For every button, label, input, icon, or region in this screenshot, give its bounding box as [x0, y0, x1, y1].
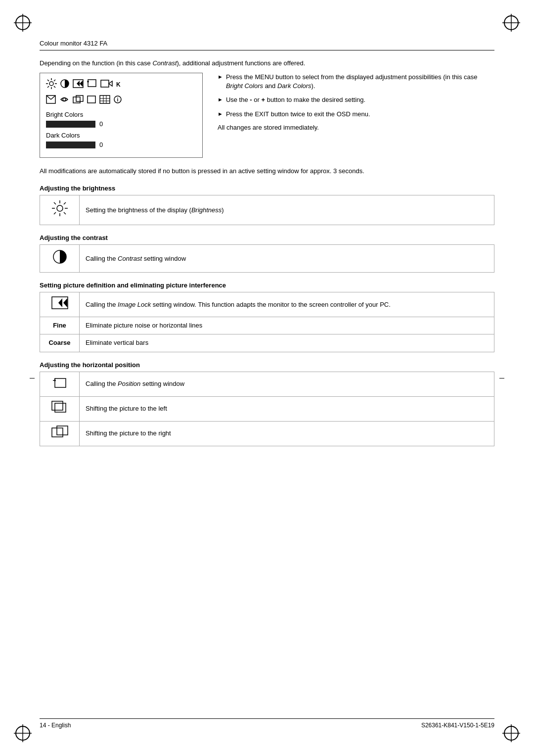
coarse-row: Coarse Eliminate vertical bars [40, 334, 494, 352]
position3-icon-cell [40, 421, 80, 446]
bright-colors-bar [46, 121, 95, 128]
svg-rect-36 [88, 96, 95, 103]
contrast-svg-icon [52, 249, 68, 265]
svg-rect-25 [88, 80, 96, 87]
bright-colors-row: 0 [46, 120, 196, 128]
osd-icon-info: i [113, 95, 122, 106]
position3-desc: Shifting the picture to the right [80, 421, 494, 446]
footer-left: 14 - English [40, 722, 71, 729]
corner-mark-br [502, 724, 520, 742]
fine-row: Fine Eliminate picture noise or horizont… [40, 317, 494, 334]
svg-line-17 [47, 80, 49, 81]
dark-colors-bar [46, 142, 95, 148]
osd-icon-b [59, 95, 70, 106]
position3-svg-icon [51, 425, 68, 438]
svg-line-51 [64, 202, 66, 204]
svg-point-33 [63, 98, 66, 101]
imagelock-svg-icon [51, 296, 68, 309]
footer: 14 - English S26361-K841-V150-1-5E19 [40, 718, 494, 729]
section-contrast: Adjusting the contrast Calling the Contr… [40, 234, 494, 273]
svg-line-49 [54, 202, 56, 204]
coarse-desc: Eliminate vertical bars [80, 334, 494, 352]
svg-text:i: i [117, 97, 119, 102]
svg-rect-61 [52, 401, 63, 410]
osd-icon-d [87, 95, 96, 106]
osd-icons-row2: i [46, 95, 196, 106]
osd-contrast-icon [60, 79, 70, 91]
bullet-list: ► Press the MENU button to select from t… [218, 73, 494, 119]
picture-imagelock-row: Calling the Image Lock setting window. T… [40, 292, 494, 317]
corner-mark-bl [14, 724, 32, 742]
picture-table: Calling the Image Lock setting window. T… [40, 292, 494, 352]
brightness-svg-icon [51, 199, 69, 217]
bullet-item-3: ► Press the EXIT button twice to exit th… [218, 110, 494, 119]
position2-desc: Shifting the picture to the left [80, 396, 494, 421]
header-rule [40, 50, 494, 50]
svg-rect-28 [101, 80, 109, 87]
intro-text: Depending on the function (in this case … [40, 59, 494, 67]
svg-marker-23 [80, 81, 83, 87]
svg-line-32 [51, 95, 55, 99]
svg-rect-34 [73, 97, 80, 103]
osd-icon-a [46, 95, 56, 106]
section-hposition: Adjusting the horizontal position Callin… [40, 361, 494, 446]
osd-instructions: ► Press the MENU button to select from t… [218, 73, 494, 158]
brightness-table: Setting the brightness of the display (B… [40, 195, 494, 225]
svg-line-31 [46, 95, 51, 99]
imagelock-icon-cell [40, 292, 80, 317]
osd-imagelock-icon [73, 79, 84, 90]
svg-marker-56 [58, 298, 62, 307]
osd-box: K [40, 73, 203, 158]
hposition-heading: Adjusting the horizontal position [40, 361, 494, 369]
osd-icons-row1: K [46, 78, 196, 91]
hposition-table: Calling the Position setting window Shif… [40, 372, 494, 446]
svg-marker-29 [109, 81, 112, 86]
imagelock-desc: Calling the Image Lock setting window. T… [80, 292, 494, 317]
svg-line-19 [54, 80, 55, 81]
brightness-desc: Setting the brightness of the display (B… [80, 195, 494, 225]
bright-colors-label: Bright Colors [46, 111, 196, 118]
page: Colour monitor 4312 FA Depending on the … [0, 0, 534, 756]
svg-line-50 [64, 212, 66, 214]
svg-rect-62 [52, 428, 63, 437]
corner-mark-tl [14, 14, 32, 32]
svg-rect-60 [55, 403, 66, 412]
fine-label-cell: Fine [40, 317, 80, 334]
contrast-table: Calling the Contrast setting window [40, 244, 494, 273]
svg-line-52 [54, 212, 56, 214]
svg-point-12 [49, 82, 53, 86]
fine-desc: Eliminate picture noise or horizontal li… [80, 317, 494, 334]
hposition-row1: Calling the Position setting window [40, 372, 494, 396]
dark-colors-value: 0 [99, 141, 103, 148]
svg-line-20 [47, 86, 49, 88]
svg-line-18 [54, 86, 55, 88]
modifications-text: All modifications are automatically stor… [40, 167, 494, 176]
bullet-arrow-3: ► [218, 110, 223, 118]
section-picture: Setting picture definition and eliminati… [40, 282, 494, 352]
bullet-text-3: Press the EXIT button twice to exit the … [226, 110, 370, 119]
contrast-row: Calling the Contrast setting window [40, 245, 494, 273]
footer-right: S26361-K841-V150-1-5E19 [421, 722, 494, 729]
svg-rect-63 [57, 426, 68, 435]
contrast-desc: Calling the Contrast setting window [80, 245, 494, 273]
bullet-text-2: Use the - or + button to make the desire… [226, 95, 365, 104]
dark-colors-row: 0 [46, 141, 196, 148]
bullet-item-2: ► Use the - or + button to make the desi… [218, 95, 494, 104]
position1-desc: Calling the Position setting window [80, 372, 494, 396]
brightness-icon-cell [40, 195, 80, 225]
position2-svg-icon [51, 401, 68, 414]
position1-svg-icon [52, 376, 67, 389]
osd-k-label: K [116, 81, 121, 88]
coarse-label-cell: Coarse [40, 334, 80, 352]
bright-colors-value: 0 [99, 120, 103, 128]
picture-heading: Setting picture definition and eliminati… [40, 282, 494, 289]
svg-rect-35 [76, 95, 83, 101]
position2-icon-cell [40, 396, 80, 421]
svg-marker-24 [77, 81, 80, 87]
contrast-icon-cell [40, 245, 80, 273]
svg-rect-37 [100, 95, 110, 103]
svg-rect-57 [55, 378, 66, 387]
osd-icon-c [73, 95, 84, 106]
bullet-text-1: Press the MENU button to select from the… [226, 73, 494, 91]
dark-colors-label: Dark Colors [46, 132, 196, 139]
